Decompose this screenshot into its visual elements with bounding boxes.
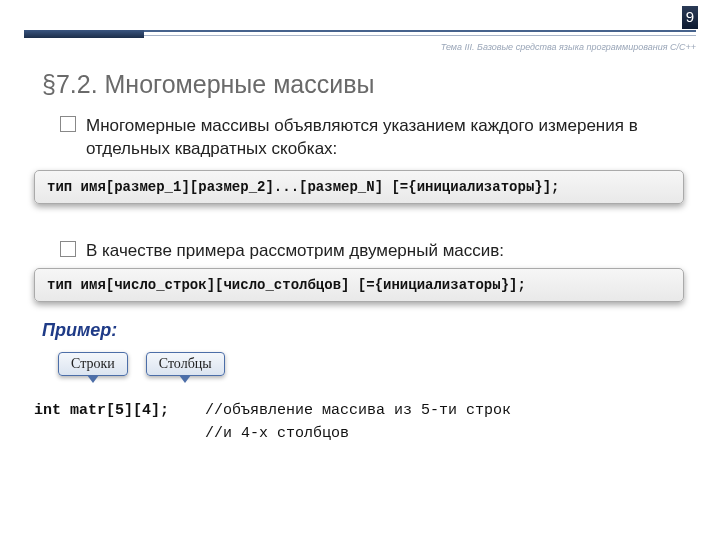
bullet-item-1: Многомерные массивы объявляются указание… [60,115,680,161]
decl-comment-1: //объявление массива из 5-ти строк [205,402,511,419]
chapter-label: Тема III. Базовые средства языка програм… [441,42,696,52]
checkbox-icon [60,116,76,132]
page-number: 9 [682,6,698,29]
decl-keyword: int matr[5][4]; [34,402,169,419]
bullet-text-1: Многомерные массивы объявляются указание… [86,115,680,161]
example-code: int matr[5][4]; //объявление массива из … [34,400,511,445]
header-accent [24,30,144,38]
slide-header: 9 [0,0,720,40]
tag-cols: Столбцы [146,352,225,376]
example-heading: Пример: [42,320,117,341]
bullet-text-2: В качестве примера рассмотрим двумерный … [86,240,504,263]
callout-tags: Строки Столбцы [58,352,225,376]
decl-comment-2: //и 4-х столбцов [205,425,349,442]
syntax-box-2: тип имя[число_строк][число_столбцов] [={… [34,268,684,302]
syntax-box-1: тип имя[размер_1][размер_2]...[размер_N]… [34,170,684,204]
bullet-item-2: В качестве примера рассмотрим двумерный … [60,240,680,263]
checkbox-icon [60,241,76,257]
slide-title: §7.2. Многомерные массивы [42,70,374,99]
tag-rows: Строки [58,352,128,376]
